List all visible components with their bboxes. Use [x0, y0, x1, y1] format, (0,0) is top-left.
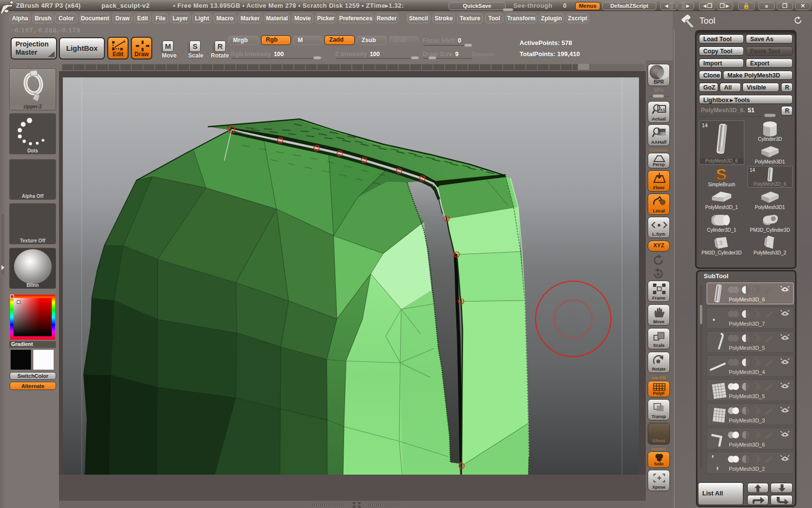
svg-text:x1: x1	[660, 107, 665, 112]
svg-text:S: S	[716, 166, 727, 182]
